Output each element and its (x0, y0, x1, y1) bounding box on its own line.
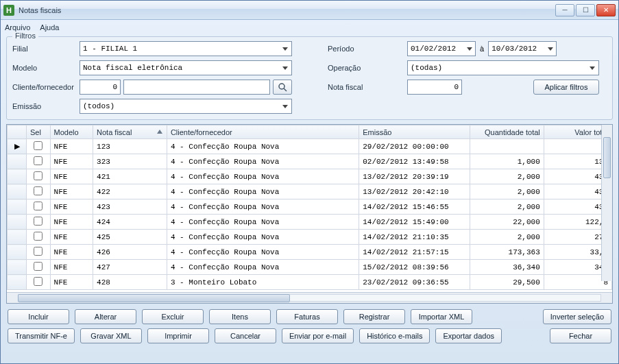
row-marker (8, 169, 27, 184)
cell-modelo: NFE (50, 169, 93, 184)
col-qtd[interactable]: Quantidade total (470, 125, 544, 139)
col-emissao[interactable]: Emissão (359, 125, 470, 139)
table-row[interactable]: NFE4224 - Confecção Roupa Nova13/02/2012… (8, 184, 612, 199)
combo-emissao[interactable]: (todos) (80, 99, 292, 114)
table-row[interactable]: NFE4254 - Confecção Roupa Nova14/02/2012… (8, 230, 612, 245)
col-modelo[interactable]: Modelo (50, 125, 93, 139)
combo-operacao[interactable]: (todas) (407, 60, 599, 75)
row-checkbox-cell (27, 139, 51, 154)
cell-modelo: NFE (50, 245, 93, 260)
table-row[interactable]: NFE4283 - Monteiro Lobato23/02/2012 09:3… (8, 275, 612, 290)
table-row[interactable]: NFE4244 - Confecção Roupa Nova14/02/2012… (8, 215, 612, 230)
alterar-button[interactable]: Alterar (75, 309, 136, 324)
cell-cliente: 4 - Confecção Roupa Nova (167, 230, 359, 245)
itens-button[interactable]: Itens (209, 309, 271, 324)
col-nota[interactable]: Nota fiscal (93, 125, 167, 139)
menu-arquivo[interactable]: Arquivo (5, 23, 30, 32)
excluir-button[interactable]: Excluir (142, 309, 204, 324)
horizontal-scrollbar[interactable] (7, 292, 612, 303)
minimize-button[interactable]: ─ (555, 4, 574, 16)
row-checkbox[interactable] (34, 202, 43, 210)
registrar-button[interactable]: Registrar (343, 309, 405, 324)
row-checkbox[interactable] (34, 217, 43, 226)
inverter-selecao-button[interactable]: Inverter seleção (543, 309, 611, 324)
cell-emissao: 02/02/2012 13:49:58 (359, 154, 470, 169)
importar-xml-button[interactable]: Importar XML (411, 309, 472, 324)
cell-qtd (470, 139, 544, 154)
cell-qtd: 1,000 (470, 154, 544, 169)
imprimir-button[interactable]: Imprimir (147, 328, 209, 343)
cell-modelo: NFE (50, 260, 93, 275)
row-checkbox[interactable] (34, 277, 43, 286)
cell-modelo: NFE (50, 184, 93, 199)
table-row[interactable]: NFE3234 - Confecção Roupa Nova02/02/2012… (8, 154, 612, 169)
row-marker (8, 230, 27, 245)
date-from[interactable]: 01/02/2012 (407, 41, 476, 56)
cell-modelo: NFE (50, 154, 93, 169)
row-checkbox[interactable] (34, 141, 43, 150)
row-checkbox-cell (27, 230, 51, 245)
row-checkbox[interactable] (34, 186, 43, 195)
cell-cliente: 4 - Confecção Roupa Nova (167, 215, 359, 230)
fechar-button[interactable]: Fechar (550, 328, 611, 343)
col-cliente[interactable]: Cliente/fornecedor (167, 125, 359, 139)
col-sel[interactable]: Sel (27, 125, 51, 139)
date-to[interactable]: 10/03/2012 (488, 41, 557, 56)
cancelar-button[interactable]: Cancelar (215, 328, 276, 343)
filters-group: Filtros Filial 1 - FILIAL 1 Período 01/0… (6, 36, 613, 120)
combo-filial[interactable]: 1 - FILIAL 1 (80, 41, 292, 56)
label-cliente: Cliente/fornecedor (12, 83, 75, 91)
label-notafiscal: Nota fiscal (328, 83, 403, 91)
row-checkbox[interactable] (34, 247, 43, 256)
row-checkbox-cell (27, 275, 51, 290)
incluir-button[interactable]: Incluir (8, 309, 69, 324)
row-checkbox[interactable] (34, 156, 43, 165)
input-notafiscal[interactable] (407, 80, 462, 95)
faturas-button[interactable]: Faturas (276, 309, 338, 324)
label-emissao: Emissão (12, 102, 75, 110)
input-cliente-id[interactable] (80, 80, 121, 95)
cell-cliente: 3 - Monteiro Lobato (167, 275, 359, 290)
enviar-email-button[interactable]: Enviar por e-mail (282, 328, 354, 343)
row-checkbox[interactable] (34, 262, 43, 271)
aplicar-filtros-button[interactable]: Aplicar filtros (533, 80, 599, 95)
cell-modelo: NFE (50, 215, 93, 230)
cell-cliente: 4 - Confecção Roupa Nova (167, 184, 359, 199)
row-checkbox[interactable] (34, 171, 43, 180)
app-icon: H (3, 5, 14, 16)
vertical-scrollbar[interactable] (601, 125, 612, 281)
cell-qtd: 2,000 (470, 184, 544, 199)
row-checkbox-cell (27, 260, 51, 275)
cell-nota: 323 (93, 154, 167, 169)
cell-emissao: 14/02/2012 15:49:00 (359, 215, 470, 230)
menu-ajuda[interactable]: Ajuda (40, 23, 59, 32)
cell-cliente: 4 - Confecção Roupa Nova (167, 139, 359, 154)
scrollbar-thumb[interactable] (18, 294, 290, 302)
close-button[interactable]: ✕ (596, 4, 616, 16)
table-row[interactable]: NFE4264 - Confecção Roupa Nova14/02/2012… (8, 245, 612, 260)
table-row[interactable]: NFE4274 - Confecção Roupa Nova15/02/2012… (8, 260, 612, 275)
table-header-row: Sel Modelo Nota fiscal Cliente/fornecedo… (8, 125, 612, 139)
scrollbar-thumb[interactable] (603, 137, 611, 178)
cell-emissao: 13/02/2012 20:42:10 (359, 184, 470, 199)
table-row[interactable]: NFE4214 - Confecção Roupa Nova13/02/2012… (8, 169, 612, 184)
cell-emissao: 29/02/2012 00:00:00 (359, 139, 470, 154)
cell-modelo: NFE (50, 199, 93, 215)
input-cliente-nome[interactable] (123, 80, 270, 95)
row-checkbox[interactable] (34, 232, 43, 241)
col-marker[interactable] (8, 125, 27, 139)
table-row[interactable]: ▶NFE1234 - Confecção Roupa Nova29/02/201… (8, 139, 612, 154)
cell-emissao: 23/02/2012 09:36:55 (359, 275, 470, 290)
maximize-button[interactable]: ☐ (576, 4, 595, 16)
cell-modelo: NFE (50, 230, 93, 245)
cell-emissao: 14/02/2012 21:10:35 (359, 230, 470, 245)
table-row[interactable]: NFE4234 - Confecção Roupa Nova14/02/2012… (8, 199, 612, 215)
table: Sel Modelo Nota fiscal Cliente/fornecedo… (7, 125, 612, 290)
combo-modelo[interactable]: Nota fiscal eletrônica (80, 60, 292, 75)
transmitir-nfe-button[interactable]: Transmitir NF-e (8, 328, 75, 343)
exportar-dados-button[interactable]: Exportar dados (435, 328, 502, 343)
search-cliente-button[interactable] (273, 80, 292, 95)
cell-emissao: 15/02/2012 08:39:56 (359, 260, 470, 275)
historico-emails-button[interactable]: Histórico e-mails (359, 328, 430, 343)
gravar-xml-button[interactable]: Gravar XML (80, 328, 142, 343)
